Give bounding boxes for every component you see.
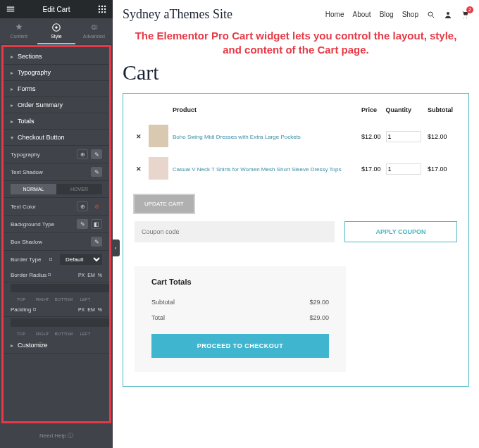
site-header: Sydney aThemes Site Home About Blog Shop… [123, 4, 469, 29]
section-sections[interactable]: Sections [4, 49, 109, 65]
section-totals[interactable]: Totals [4, 113, 109, 130]
product-link[interactable]: Casual V Neck T Shirts for Women Mesh Sh… [173, 166, 342, 173]
padding-inputs: ⚭ [4, 317, 109, 330]
svg-point-2 [104, 6, 106, 7]
cart-badge: 2 [466, 6, 473, 13]
nav-blog[interactable]: Blog [380, 11, 394, 18]
section-typography[interactable]: Typography [4, 65, 109, 81]
control-text-color: Text Color ⊕⊘ [4, 198, 109, 216]
sidebar-title: Edit Cart [43, 6, 70, 13]
panel-tabs: Content Style Advanced [0, 18, 113, 45]
section-order-summary[interactable]: Order Summary [4, 97, 109, 113]
need-help-link[interactable]: Need Help ⓘ [0, 423, 113, 448]
svg-point-1 [101, 6, 103, 7]
svg-point-8 [104, 11, 106, 13]
svg-point-0 [99, 6, 100, 7]
gradient-icon[interactable]: ◧ [91, 219, 102, 229]
section-forms[interactable]: Forms [4, 81, 109, 97]
control-padding: Padding ⌑ PX EM % [4, 303, 109, 317]
product-link[interactable]: Boho Swing Midi Dresses with Extra Large… [173, 134, 301, 140]
remove-icon[interactable]: ✕ [136, 166, 142, 173]
quantity-input[interactable] [386, 163, 421, 175]
col-price: Price [360, 104, 385, 120]
brush-icon[interactable]: ✎ [77, 219, 88, 229]
edit-icon[interactable]: ✎ [91, 237, 102, 247]
search-icon[interactable] [427, 11, 435, 19]
remove-icon[interactable]: ✕ [136, 133, 142, 140]
state-hover[interactable]: HOVER [56, 184, 102, 194]
svg-point-3 [99, 8, 100, 10]
svg-point-10 [55, 26, 58, 29]
subtotal-cell: $12.00 [426, 120, 457, 153]
control-border-type: Border Type ⌑ Default [4, 251, 109, 268]
checkout-button[interactable]: PROCEED TO CHECKOUT [151, 334, 329, 358]
preview-area: Sydney aThemes Site Home About Blog Shop… [113, 0, 479, 448]
site-title: Sydney aThemes Site [123, 7, 232, 22]
col-product: Product [171, 104, 360, 120]
svg-point-6 [99, 11, 100, 13]
color-swatch[interactable]: ⊘ [91, 201, 102, 211]
help-icon: ⓘ [68, 433, 73, 439]
section-customize[interactable]: Customize [4, 337, 109, 354]
product-thumb[interactable] [149, 125, 168, 147]
style-panel-highlight: Sections Typography Forms Order Summary … [1, 45, 111, 423]
section-checkout-button[interactable]: Checkout Button [4, 130, 109, 146]
radius-top[interactable] [11, 284, 111, 292]
control-text-shadow: Text Shadow ✎ [4, 163, 109, 181]
tab-style[interactable]: Style [37, 18, 75, 44]
edit-icon[interactable]: ✎ [91, 149, 102, 159]
edit-icon[interactable]: ✎ [91, 167, 102, 177]
coupon-row: APPLY COUPON [135, 221, 457, 242]
collapse-handle[interactable]: ‹ [111, 239, 120, 256]
user-icon[interactable] [444, 11, 452, 19]
page-title: Cart [123, 61, 469, 85]
svg-point-5 [104, 8, 106, 10]
table-row: ✕ Casual V Neck T Shirts for Women Mesh … [135, 153, 457, 185]
coupon-input[interactable] [135, 221, 335, 242]
product-thumb[interactable] [149, 157, 168, 180]
elementor-sidebar: Edit Cart Content Style Advanced Section… [0, 0, 113, 448]
svg-point-7 [101, 11, 103, 13]
cart-totals: Cart Totals Subtotal$29.00 Total$29.00 P… [135, 266, 346, 372]
annotation-callout: The Elementor Pro Cart widget lets you c… [123, 29, 469, 61]
globe-icon[interactable]: ⊕ [77, 149, 88, 159]
nav-home[interactable]: Home [325, 11, 344, 18]
primary-nav: Home About Blog Shop 2 [325, 11, 469, 19]
cart-icon[interactable]: 2 [461, 11, 469, 19]
cart-widget: Product Price Quantity Subtotal ✕ Boho S… [123, 93, 469, 387]
quantity-input[interactable] [386, 131, 421, 142]
nav-about[interactable]: About [352, 11, 371, 18]
nav-shop[interactable]: Shop [402, 11, 418, 18]
border-radius-inputs: ⚭ [4, 282, 109, 296]
apply-coupon-button[interactable]: APPLY COUPON [344, 221, 457, 242]
update-cart-button[interactable]: UPDATE CART [135, 195, 194, 213]
globe-icon[interactable]: ⊕ [77, 201, 88, 211]
control-typography: Typography ⊕✎ [4, 146, 109, 163]
svg-point-4 [101, 8, 103, 10]
pad-top[interactable] [11, 318, 111, 327]
tab-content[interactable]: Content [0, 18, 37, 44]
table-row: ✕ Boho Swing Midi Dresses with Extra Lar… [135, 120, 457, 153]
border-type-select[interactable]: Default [60, 254, 102, 265]
col-quantity: Quantity [385, 104, 426, 120]
col-subtotal: Subtotal [426, 104, 457, 120]
totals-title: Cart Totals [151, 278, 329, 286]
menu-icon[interactable] [6, 4, 15, 14]
control-border-radius: Border Radius ⌑ PX EM % [4, 268, 109, 282]
svg-point-12 [447, 12, 449, 15]
cart-table: Product Price Quantity Subtotal ✕ Boho S… [135, 104, 457, 185]
apps-icon[interactable] [97, 4, 107, 14]
price-cell: $17.00 [360, 153, 385, 185]
state-normal[interactable]: NORMAL [11, 184, 56, 194]
control-box-shadow: Box Shadow ✎ [4, 233, 109, 251]
subtotal-cell: $17.00 [426, 153, 457, 185]
svg-point-11 [428, 12, 433, 16]
price-cell: $12.00 [360, 120, 385, 153]
sidebar-header: Edit Cart [0, 0, 113, 18]
state-toggle: NORMAL HOVER [4, 181, 109, 198]
tab-advanced[interactable]: Advanced [75, 18, 113, 44]
control-background-type: Background Type ✎◧ [4, 216, 109, 233]
